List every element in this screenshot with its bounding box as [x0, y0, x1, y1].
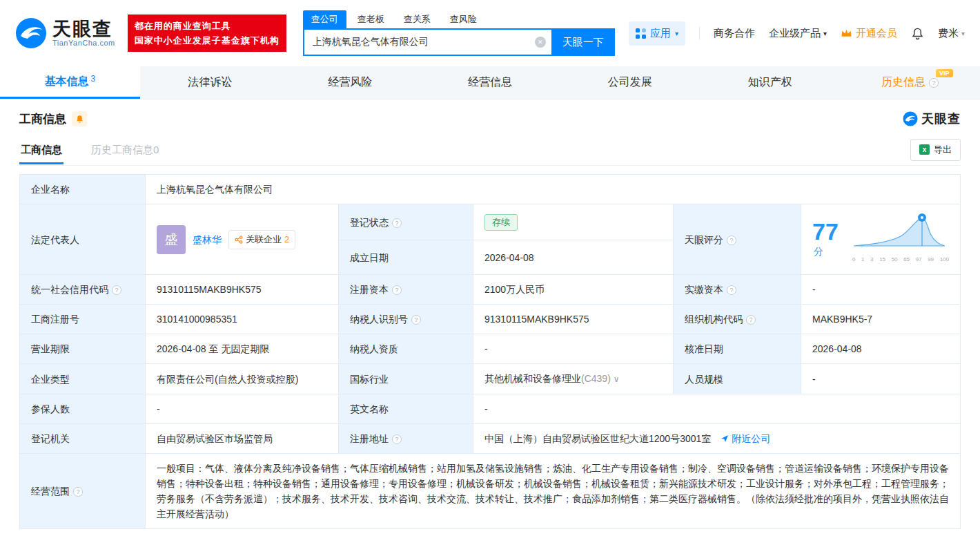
score-distribution-chart: 0131550659799100 — [852, 211, 949, 267]
related-companies-label: 关联企业 — [246, 232, 282, 247]
section-header: 工商信息 天眼查 — [19, 111, 961, 127]
nearby-companies-link[interactable]: 附近公司 — [721, 431, 770, 446]
clear-search-icon[interactable]: ✕ — [535, 37, 546, 48]
main-nav-tabs: 基本信息 3 法律诉讼 经营风险 经营信息 公司发展 知识产权 VIP 历史信息… — [0, 66, 980, 99]
chevron-down-icon: ▾ — [675, 30, 678, 37]
subtab-history-business-registration[interactable]: 历史工商信息0 — [90, 135, 160, 164]
promo-banner-line1: 都在用的商业查询工具 — [135, 19, 280, 33]
grid-icon — [636, 28, 646, 39]
help-icon[interactable]: ? — [392, 285, 402, 295]
field-label-insured-count: 参保人数 — [20, 394, 146, 424]
subscribe-bell-icon[interactable] — [72, 111, 87, 126]
field-value-taxpayer-id: 91310115MAKB9HK575 — [473, 305, 674, 334]
apps-label: 应用 — [650, 27, 671, 40]
watermark-text: 天眼查 — [921, 111, 961, 127]
field-value-business-term: 2026-04-08 至 无固定期限 — [146, 334, 339, 364]
legal-rep-avatar[interactable]: 盛 — [157, 225, 186, 254]
field-label-paid-capital: 实缴资本? — [674, 275, 801, 305]
apps-button[interactable]: 应用 ▾ — [629, 21, 685, 46]
brand-domain: TianYanCha.com — [52, 39, 115, 47]
export-button[interactable]: x 导出 — [910, 139, 961, 161]
help-icon[interactable]: ? — [392, 434, 402, 444]
table-row: 登记机关 自由贸易试验区市场监管局 注册地址? 中国（上海）自由贸易试验区世纪大… — [20, 424, 961, 454]
field-label-taxpayer-quality: 纳税人资质 — [339, 334, 473, 364]
search-tab-relation[interactable]: 查关系 — [395, 10, 439, 28]
help-icon[interactable]: ? — [727, 285, 736, 295]
user-menu[interactable]: 费米 ▾ — [938, 27, 965, 40]
search-tabs: 查公司 查老板 查关系 查风险 — [303, 10, 615, 28]
business-cooperation-link[interactable]: 商务合作 — [714, 27, 755, 40]
tianyancha-logo-icon — [15, 17, 47, 49]
tab-operating-risk[interactable]: 经营风险 — [280, 66, 420, 99]
field-value-reg-capital: 2100万人民币 — [473, 275, 674, 305]
help-icon[interactable]: ? — [112, 285, 121, 295]
enterprise-products-link[interactable]: 企业级产品 ▾ — [769, 27, 827, 40]
field-label-score: 天眼评分? — [674, 204, 801, 275]
field-value-credit-code: 91310115MAKB9HK575 — [146, 275, 339, 305]
tianyancha-watermark: 天眼查 — [903, 111, 961, 127]
basic-info-badge: 3 — [91, 74, 96, 84]
tab-company-development[interactable]: 公司发展 — [560, 66, 700, 99]
search-tab-risk[interactable]: 查风险 — [442, 10, 485, 28]
field-value-score: 77分 0131550659799100 — [801, 204, 961, 275]
enterprise-products-label: 企业级产品 — [769, 27, 821, 40]
tab-legal-litigation[interactable]: 法律诉讼 — [140, 66, 280, 99]
help-icon[interactable]: ? — [411, 315, 421, 325]
field-value-company-type: 有限责任公司(自然人投资或控股) — [146, 364, 339, 394]
field-label-reg-number: 工商注册号 — [20, 305, 146, 334]
table-row: 参保人数 - 英文名称 - — [20, 394, 961, 424]
tab-business-info[interactable]: 经营信息 — [420, 66, 560, 99]
table-row: 企业类型 有限责任公司(自然人投资或控股) 国标行业 其他机械和设备修理业(C4… — [20, 364, 961, 394]
tianyancha-logo[interactable]: 天眼查 TianYanCha.com — [15, 17, 115, 49]
help-icon[interactable]: ? — [392, 218, 402, 228]
tab-intellectual-property[interactable]: 知识产权 — [700, 66, 840, 99]
crown-icon — [841, 28, 852, 38]
top-header: 天眼查 TianYanCha.com 都在用的商业查询工具 国家中小企业发展子基… — [0, 0, 980, 66]
help-icon[interactable]: ? — [929, 78, 939, 88]
related-companies-pill[interactable]: 关联企业 2 — [228, 230, 295, 249]
relation-graph-icon — [235, 236, 243, 244]
search-button[interactable]: 天眼一下 — [551, 28, 615, 56]
field-value-reg-address: 中国（上海）自由贸易试验区世纪大道1200号3001室 附近公司 — [473, 424, 961, 454]
field-value-taxpayer-quality: - — [473, 334, 674, 364]
field-value-legal-rep: 盛 盛林华 关联企业 2 — [146, 204, 339, 275]
brand-name: 天眼查 — [52, 19, 115, 39]
field-value-establish-date: 2026-04-08 — [473, 240, 674, 275]
search-input[interactable] — [313, 37, 535, 48]
divider — [699, 27, 700, 39]
page: 天眼查 TianYanCha.com 都在用的商业查询工具 国家中小企业发展子基… — [0, 0, 980, 536]
score-unit: 分 — [814, 246, 823, 257]
score-axis-ticks: 0131550659799100 — [852, 252, 949, 267]
reg-address-text: 中国（上海）自由贸易试验区世纪大道1200号3001室 — [484, 431, 711, 446]
legal-rep-name-link[interactable]: 盛林华 — [193, 232, 222, 247]
score-value: 77 — [812, 218, 839, 245]
open-vip-link[interactable]: 开通会员 — [841, 27, 897, 40]
tab-history-info[interactable]: VIP 历史信息 ? — [840, 66, 980, 99]
help-icon[interactable]: ? — [746, 315, 756, 325]
tab-basic-info[interactable]: 基本信息 3 — [0, 66, 140, 99]
subtab-business-registration[interactable]: 工商信息 — [19, 135, 63, 164]
search-tab-boss[interactable]: 查老板 — [349, 10, 393, 28]
search-box: ✕ — [303, 28, 551, 56]
open-vip-label: 开通会员 — [856, 27, 897, 40]
excel-icon: x — [919, 144, 930, 155]
table-row: 工商注册号 310141000985351 纳税人识别号? 91310115MA… — [20, 305, 961, 334]
location-arrow-icon — [721, 434, 729, 443]
field-label-company-name: 企业名称 — [20, 175, 146, 204]
field-label-company-type: 企业类型 — [20, 364, 146, 394]
field-label-reg-authority: 登记机关 — [20, 424, 146, 454]
field-value-reg-number: 310141000985351 — [146, 305, 339, 334]
export-label: 导出 — [934, 144, 952, 156]
table-row: 统一社会信用代码? 91310115MAKB9HK575 注册资本? 2100万… — [20, 275, 961, 305]
help-icon[interactable]: ? — [73, 487, 83, 497]
field-label-industry: 国标行业 — [339, 364, 473, 394]
chevron-down-icon[interactable]: ∨ — [614, 374, 620, 384]
field-value-company-name: 上海杭氧昆仑气体有限公司 — [146, 175, 961, 204]
help-icon[interactable]: ? — [727, 236, 736, 245]
search-tab-company[interactable]: 查公司 — [303, 10, 346, 28]
notification-bell-icon[interactable] — [911, 27, 924, 40]
table-row: 经营范围? 一般项目：气体、液体分离及纯净设备销售；气体压缩机械销售；站用加氢及… — [20, 454, 961, 529]
field-value-org-code: MAKB9HK5-7 — [801, 305, 961, 334]
chevron-down-icon: ▾ — [961, 30, 965, 37]
field-value-business-scope: 一般项目：气体、液体分离及纯净设备销售；气体压缩机械销售；站用加氢及储氢设施销售… — [146, 454, 961, 529]
